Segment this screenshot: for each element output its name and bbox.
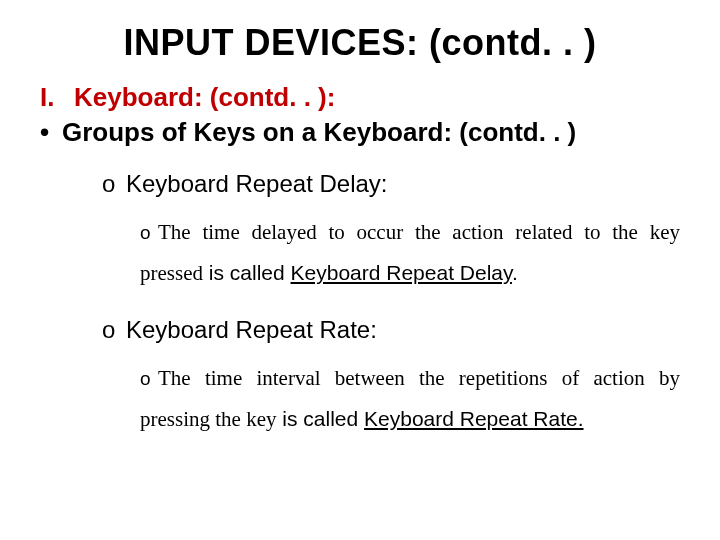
detail-text-post: . <box>512 261 518 284</box>
slide: INPUT DEVICES: (contd. . ) I.Keyboard: (… <box>0 0 720 540</box>
section-heading: I.Keyboard: (contd. . ): <box>40 82 680 113</box>
slide-title: INPUT DEVICES: (contd. . ) <box>40 22 680 64</box>
list-item: oKeyboard Repeat Delay: <box>102 170 680 198</box>
circle-bullet-icon: o <box>140 215 158 251</box>
item-detail: oThe time interval between the repetitio… <box>140 358 680 440</box>
list-item: oKeyboard Repeat Rate: <box>102 316 680 344</box>
detail-text-mid: is called <box>203 261 291 284</box>
circle-bullet-icon: o <box>102 170 126 198</box>
bullet-icon: • <box>40 117 62 148</box>
item-label: Keyboard Repeat Rate: <box>126 316 377 343</box>
detail-text-mid: is called <box>276 407 364 430</box>
subheading-text: Groups of Keys on a Keyboard: (contd. . … <box>62 117 576 147</box>
defined-term: Keyboard Repeat Delay <box>291 261 512 284</box>
circle-bullet-icon: o <box>140 361 158 397</box>
section-heading-text: Keyboard: (contd. . ): <box>74 82 335 112</box>
circle-bullet-icon: o <box>102 316 126 344</box>
defined-term: Keyboard Repeat Rate. <box>364 407 583 430</box>
item-detail: oThe time delayed to occur the action re… <box>140 212 680 294</box>
subheading: •Groups of Keys on a Keyboard: (contd. .… <box>40 117 680 148</box>
item-label: Keyboard Repeat Delay: <box>126 170 388 197</box>
roman-numeral: I. <box>40 82 74 113</box>
